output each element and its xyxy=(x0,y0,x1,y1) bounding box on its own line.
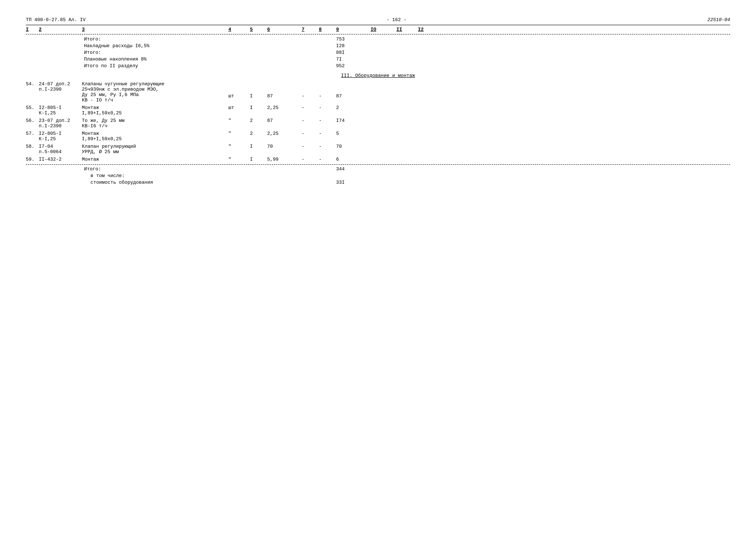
row-54-price: 87 xyxy=(267,94,302,99)
summary-row-4: Плановые накопления 8% 7I xyxy=(26,57,730,62)
row-56-unit: " xyxy=(228,118,250,124)
row-56-num: 56. xyxy=(26,118,39,124)
row-59-desc: Монтаж xyxy=(82,157,228,162)
s5-unit xyxy=(228,63,250,69)
s4-price xyxy=(267,57,302,62)
s3-qty xyxy=(250,50,267,55)
row-59-c8: - xyxy=(319,157,336,162)
footer-row-3: стоимость оборудования 33I xyxy=(26,180,730,185)
s3-code xyxy=(39,50,82,55)
footer-row-2: в том числе: xyxy=(26,173,730,179)
row-59-qty: I xyxy=(250,157,267,162)
summary-row-1: Итого: 753 xyxy=(26,37,730,42)
s1-unit xyxy=(228,37,250,42)
page: ТП 400-0-27.85 Ал. IV - 162 - 22510-04 I… xyxy=(0,0,756,535)
f2-code xyxy=(39,173,82,179)
row-54-code: 24-07 доп.2 п.I-2390 xyxy=(39,81,82,92)
summary-row-5: Итого по II разделу 952 xyxy=(26,63,730,69)
row-55-c8: - xyxy=(319,105,336,110)
s5-c8 xyxy=(319,63,336,69)
f3-label xyxy=(26,180,39,185)
s4-desc: Плановые накопления 8% xyxy=(82,57,228,62)
f1-label xyxy=(26,166,39,172)
s3-c8 xyxy=(319,50,336,55)
f1-price xyxy=(267,166,302,172)
row-55-qty: I xyxy=(250,105,267,110)
s2-code xyxy=(39,43,82,49)
row-56-desc: То же, Ду 25 мм КВ-I6 т/ч xyxy=(82,118,228,129)
f3-code xyxy=(39,180,82,185)
s1-c8 xyxy=(319,37,336,42)
f2-desc: в том числе: xyxy=(82,173,228,179)
col-7-header: 7 xyxy=(302,27,319,32)
row-57-c8: - xyxy=(319,131,336,136)
header: ТП 400-0-27.85 Ал. IV - 162 - 22510-04 xyxy=(26,17,730,23)
row-54-unit: шт xyxy=(228,94,250,99)
row-55-total: 2 xyxy=(336,105,370,110)
f3-c8 xyxy=(319,180,336,185)
f3-c7 xyxy=(302,180,319,185)
s5-total: 952 xyxy=(336,63,370,69)
row-57-num: 57. xyxy=(26,131,39,136)
data-row-59: 59. II-432-2 Монтаж " I 5,99 - - 6 xyxy=(26,157,730,162)
row-59-c7: - xyxy=(302,157,319,162)
header-right: 22510-04 xyxy=(707,17,730,23)
s3-unit xyxy=(228,50,250,55)
col-2-header: 2 xyxy=(39,27,82,32)
row-59-total: 6 xyxy=(336,157,370,162)
s3-desc: Итого: xyxy=(82,50,228,55)
row-59-unit: " xyxy=(228,157,250,162)
s2-price xyxy=(267,43,302,49)
columns-header: I 2 3 4 5 6 7 8 9 IO II I2 xyxy=(26,25,730,35)
header-left: ТП 400-0-27.85 Ал. IV xyxy=(26,17,86,23)
f2-price xyxy=(267,173,302,179)
f1-unit xyxy=(228,166,250,172)
s4-c7 xyxy=(302,57,319,62)
s2-c7 xyxy=(302,43,319,49)
s4-total: 7I xyxy=(336,57,370,62)
s5-label xyxy=(26,63,39,69)
f3-total: 33I xyxy=(336,180,370,185)
f2-label xyxy=(26,173,39,179)
col-9-header: 9 xyxy=(336,27,370,32)
col-4-header: 4 xyxy=(228,27,250,32)
s5-qty xyxy=(250,63,267,69)
row-57-price: 2,25 xyxy=(267,131,302,136)
data-row-54: 54. 24-07 доп.2 п.I-2390 Клапаны чугунны… xyxy=(26,81,730,103)
col-8-header: 8 xyxy=(319,27,336,32)
row-55-code: I2-805-I К-I,25 xyxy=(39,105,82,116)
row-55-desc: Монтаж I,89+I,59х0,25 xyxy=(82,105,228,116)
row-55-num: 55. xyxy=(26,105,39,110)
f2-unit xyxy=(228,173,250,179)
data-row-57: 57. I2-805-I К-I,25 Монтаж I,89+I,59х0,2… xyxy=(26,131,730,142)
footer-row-1: Итого: 344 xyxy=(26,166,730,172)
row-57-c7: - xyxy=(302,131,319,136)
col-11-header: II xyxy=(396,27,418,32)
row-58-c8: - xyxy=(319,144,336,149)
row-58-unit: " xyxy=(228,144,250,149)
row-54-total: 87 xyxy=(336,94,370,99)
row-58-qty: I xyxy=(250,144,267,149)
f2-total xyxy=(336,173,370,179)
row-58-num: 58. xyxy=(26,144,39,149)
s2-total: I28 xyxy=(336,43,370,49)
s1-desc: Итого: xyxy=(82,37,228,42)
f3-desc: стоимость оборудования xyxy=(82,180,228,185)
row-58-price: 70 xyxy=(267,144,302,149)
s1-c7 xyxy=(302,37,319,42)
f1-qty xyxy=(250,166,267,172)
summary-row-3: Итого: 88I xyxy=(26,50,730,55)
header-center: - 162 - xyxy=(387,17,406,23)
f2-qty xyxy=(250,173,267,179)
s2-qty xyxy=(250,43,267,49)
f3-qty xyxy=(250,180,267,185)
row-55-unit: шт xyxy=(228,105,250,110)
s5-desc: Итого по II разделу xyxy=(82,63,228,69)
data-row-58: 58. I7-04 п.5-0064 Клапан регулирующий У… xyxy=(26,144,730,155)
row-57-qty: 2 xyxy=(250,131,267,136)
row-56-c7: - xyxy=(302,118,319,124)
row-54-c7: - xyxy=(302,94,319,99)
s5-code xyxy=(39,63,82,69)
s4-qty xyxy=(250,57,267,62)
row-54-num: 54. xyxy=(26,81,39,87)
